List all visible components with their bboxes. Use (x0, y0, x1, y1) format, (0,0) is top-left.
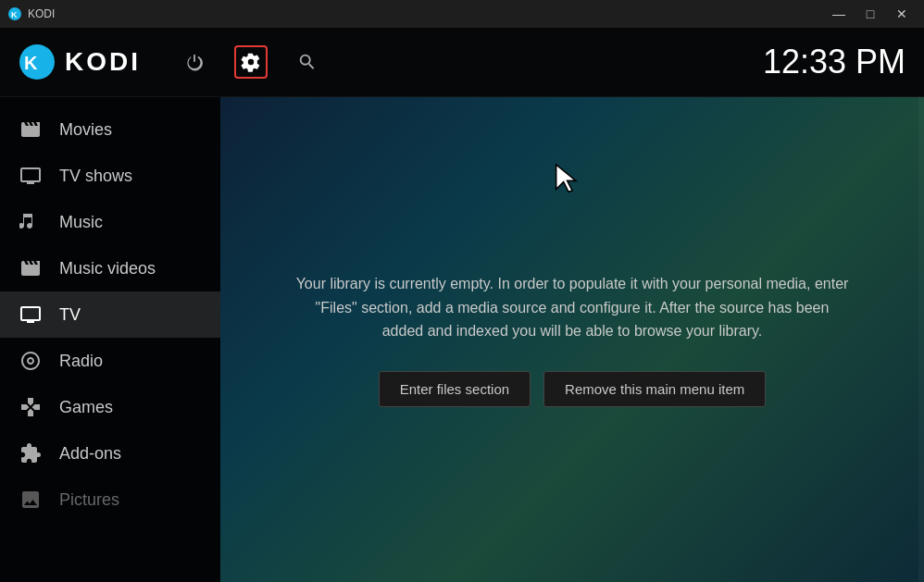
settings-button[interactable] (234, 45, 268, 79)
tvshows-icon (19, 164, 43, 188)
kodi-logo: K (19, 43, 56, 80)
musicvideos-icon (19, 256, 43, 280)
sidebar-item-movies[interactable]: Movies (0, 106, 220, 153)
content-area: Movies TV shows Music Music videos (0, 97, 924, 582)
tvshows-label: TV shows (59, 167, 132, 186)
library-empty-message: Your library is currently empty. In orde… (294, 272, 850, 343)
sidebar-item-games[interactable]: Games (0, 384, 220, 430)
title-bar: K KODI — □ ✕ (0, 0, 924, 28)
music-icon (19, 210, 43, 234)
movies-label: Movies (59, 120, 112, 140)
sidebar-item-addons[interactable]: Add-ons (0, 430, 220, 477)
svg-text:K: K (24, 53, 38, 73)
enter-files-section-button[interactable]: Enter files section (379, 371, 531, 407)
svg-marker-4 (556, 165, 576, 192)
radio-label: Radio (59, 352, 103, 371)
power-button[interactable] (178, 45, 211, 79)
sidebar-item-pictures[interactable]: Pictures (0, 477, 220, 523)
scrollbar (918, 97, 924, 582)
cursor-indicator (554, 162, 583, 201)
sidebar-item-tv[interactable]: TV (0, 291, 220, 338)
tv-icon (19, 303, 43, 327)
main-panel: Your library is currently empty. In orde… (220, 97, 924, 582)
musicvideos-label: Music videos (59, 259, 156, 279)
music-label: Music (59, 213, 103, 232)
kodi-brand-text: KODI (65, 47, 141, 77)
topbar-icons (178, 45, 324, 79)
sidebar-item-radio[interactable]: Radio (0, 338, 220, 384)
svg-text:K: K (11, 10, 18, 19)
close-button[interactable]: ✕ (887, 1, 917, 27)
kodi-titlebar-icon: K (7, 6, 22, 21)
action-buttons: Enter files section Remove this main men… (294, 371, 850, 407)
search-button[interactable] (291, 45, 324, 79)
logo-area: K KODI (19, 43, 141, 80)
sidebar-item-tvshows[interactable]: TV shows (0, 153, 220, 199)
remove-menu-item-button[interactable]: Remove this main menu item (543, 371, 766, 407)
radio-icon (19, 349, 43, 373)
pictures-icon (19, 488, 43, 512)
topbar: K KODI 12:33 PM (0, 28, 924, 97)
games-label: Games (59, 398, 113, 417)
addons-icon (19, 441, 43, 465)
maximize-button[interactable]: □ (855, 1, 885, 27)
clock-display: 12:33 PM (763, 43, 905, 81)
sidebar-item-music[interactable]: Music (0, 199, 220, 245)
sidebar-item-musicvideos[interactable]: Music videos (0, 245, 220, 291)
addons-label: Add-ons (59, 444, 121, 464)
minimize-button[interactable]: — (824, 1, 854, 27)
app-container: K KODI 12:33 PM (0, 28, 924, 582)
pictures-label: Pictures (59, 490, 119, 510)
games-icon (19, 395, 43, 419)
titlebar-left: K KODI (7, 6, 55, 21)
movies-icon (19, 118, 43, 142)
message-area: Your library is currently empty. In orde… (257, 272, 887, 407)
titlebar-controls: — □ ✕ (824, 1, 917, 27)
titlebar-title: KODI (28, 7, 55, 20)
tv-label: TV (59, 305, 81, 325)
sidebar: Movies TV shows Music Music videos (0, 97, 220, 582)
cursor-svg (554, 162, 583, 197)
